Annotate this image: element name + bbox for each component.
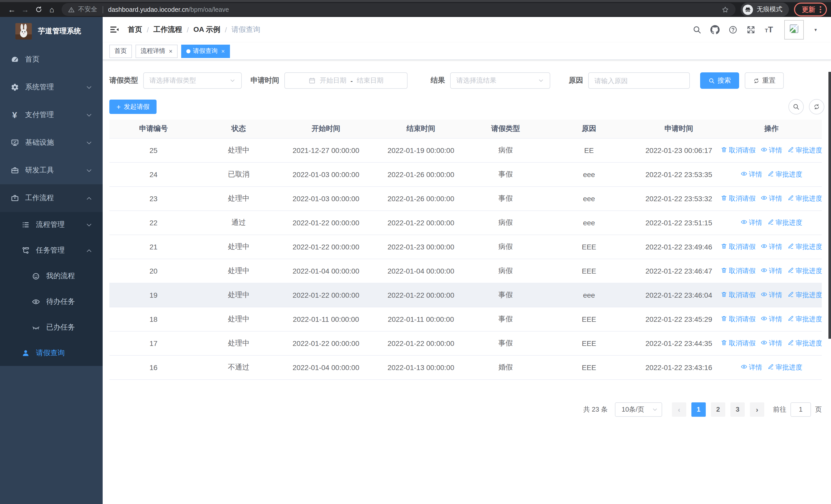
cancel-action-link[interactable]: 取消请假 <box>721 338 755 348</box>
gear-icon <box>10 83 19 92</box>
sidebar-logo[interactable]: 芋道管理系统 <box>0 17 103 46</box>
close-icon[interactable]: × <box>169 48 172 54</box>
tab-0[interactable]: 首页 <box>109 45 132 58</box>
sidebar-item-11[interactable]: 请假查询 <box>0 340 103 366</box>
cell-id: 18 <box>109 307 198 331</box>
cell-type: 事假 <box>470 186 542 210</box>
detail-action-link[interactable]: 详情 <box>761 242 782 251</box>
page-button-1[interactable]: 1 <box>691 402 706 416</box>
cell-reason: EEE <box>542 307 636 331</box>
page-button-3[interactable]: 3 <box>730 402 745 416</box>
sidebar-item-9[interactable]: 待办任务 <box>0 289 103 315</box>
prev-page-button[interactable]: ‹ <box>672 402 686 416</box>
sidebar-item-7[interactable]: 任务管理 <box>0 238 103 263</box>
reset-button[interactable]: 重置 <box>745 72 784 89</box>
cancel-action-link[interactable]: 取消请假 <box>721 290 755 299</box>
back-icon[interactable]: ← <box>5 3 19 16</box>
progress-action-link[interactable]: 审批进度 <box>767 218 802 227</box>
cell-end: 2022-01-26 00:00:00 <box>372 162 470 186</box>
result-select[interactable]: 请选择流结果 <box>450 72 550 89</box>
cancel-action-link[interactable]: 取消请假 <box>721 242 755 251</box>
leave-type-select[interactable]: 请选择请假类型 <box>143 72 242 89</box>
breadcrumb-item[interactable]: 首页 <box>128 25 142 34</box>
detail-action-link[interactable]: 详情 <box>741 170 762 179</box>
forward-icon[interactable]: → <box>19 3 32 16</box>
cancel-action-link[interactable]: 取消请假 <box>721 146 755 155</box>
row-actions: 详情审批进度 <box>721 363 822 372</box>
detail-action-link[interactable]: 详情 <box>761 314 782 324</box>
sidebar-item-1[interactable]: 系统管理 <box>0 73 103 101</box>
github-icon[interactable] <box>710 25 720 34</box>
reload-icon[interactable] <box>32 3 45 16</box>
detail-action-link[interactable]: 详情 <box>741 218 762 227</box>
sidebar-item-3[interactable]: 基础设施 <box>0 129 103 156</box>
tags-view: 首页流程详情×请假查询× <box>103 42 831 60</box>
progress-action-link[interactable]: 审批进度 <box>767 170 802 179</box>
cancel-action-link[interactable]: 取消请假 <box>721 194 755 203</box>
search-icon[interactable] <box>692 25 701 34</box>
bookmark-star-icon[interactable] <box>721 5 729 13</box>
cell-applied: 2022-01-22 23:51:15 <box>636 210 721 235</box>
cell-id: 17 <box>109 331 198 355</box>
detail-action-link[interactable]: 详情 <box>761 146 782 155</box>
progress-action-link[interactable]: 审批进度 <box>787 290 822 299</box>
column-header: 申请编号 <box>109 120 198 138</box>
progress-action-link[interactable]: 审批进度 <box>787 314 822 324</box>
progress-action-label: 审批进度 <box>796 266 822 275</box>
fullscreen-icon[interactable] <box>746 25 755 34</box>
tab-1[interactable]: 流程详情× <box>136 45 178 58</box>
update-button[interactable]: 更新 <box>794 3 827 17</box>
sidebar-item-label: 系统管理 <box>25 83 86 92</box>
detail-action-link[interactable]: 详情 <box>761 338 782 348</box>
cell-start: 2022-01-03 00:00:00 <box>280 186 372 210</box>
collapse-sidebar-icon[interactable] <box>109 25 120 35</box>
search-icon <box>793 103 800 110</box>
show-search-button[interactable] <box>789 99 804 114</box>
create-leave-button[interactable]: + 发起请假 <box>109 99 156 114</box>
url-bar[interactable]: 不安全 dashboard.yudao.iocoder.cn/bpm/oa/le… <box>62 3 736 16</box>
breadcrumb-item[interactable]: OA 示例 <box>194 25 221 34</box>
filter-form: 请假类型 请选择请假类型 申请时间 开始日期 - 结束日期 <box>109 72 824 89</box>
detail-action-link[interactable]: 详情 <box>761 194 782 203</box>
progress-action-link[interactable]: 审批进度 <box>787 242 822 251</box>
date-range-picker[interactable]: 开始日期 - 结束日期 <box>284 72 407 89</box>
avatar-dropdown-caret[interactable]: ▼ <box>813 27 818 32</box>
incognito-badge: 无痕模式 <box>741 3 789 17</box>
detail-action-link[interactable]: 详情 <box>761 290 782 299</box>
sidebar-item-2[interactable]: ¥支付管理 <box>0 101 103 129</box>
progress-action-link[interactable]: 审批进度 <box>767 363 802 372</box>
scrollbar-thumb[interactable] <box>828 72 831 339</box>
progress-action-link[interactable]: 审批进度 <box>787 146 822 155</box>
help-icon[interactable] <box>728 25 738 34</box>
progress-action-link[interactable]: 审批进度 <box>787 266 822 275</box>
home-icon[interactable]: ⌂ <box>45 3 58 16</box>
cancel-action-link[interactable]: 取消请假 <box>721 266 755 275</box>
refresh-table-button[interactable] <box>809 99 824 114</box>
menu-dots-icon[interactable] <box>820 6 821 13</box>
reason-input[interactable] <box>588 72 690 89</box>
sidebar-item-4[interactable]: 研发工具 <box>0 156 103 184</box>
breadcrumb-item[interactable]: 工作流程 <box>153 25 182 34</box>
cell-id: 24 <box>109 162 198 186</box>
next-page-button[interactable]: › <box>750 402 764 416</box>
detail-action-link[interactable]: 详情 <box>741 363 762 372</box>
sidebar-item-10[interactable]: 已办任务 <box>0 315 103 340</box>
close-icon[interactable]: × <box>221 48 225 54</box>
sidebar-item-8[interactable]: 我的流程 <box>0 263 103 289</box>
detail-action-link[interactable]: 详情 <box>761 266 782 275</box>
avatar[interactable] <box>784 20 804 39</box>
cancel-action-link[interactable]: 取消请假 <box>721 314 755 324</box>
goto-page-input[interactable] <box>791 402 811 416</box>
tab-2[interactable]: 请假查询× <box>181 45 230 58</box>
sidebar-item-0[interactable]: 首页 <box>0 46 103 73</box>
page-size-select[interactable]: 10条/页 <box>615 402 662 416</box>
progress-action-link[interactable]: 审批进度 <box>787 194 822 203</box>
progress-action-link[interactable]: 审批进度 <box>787 338 822 348</box>
sidebar-item-6[interactable]: 流程管理 <box>0 212 103 238</box>
page-button-2[interactable]: 2 <box>711 402 725 416</box>
sidebar-item-5[interactable]: 工作流程 <box>0 184 103 212</box>
cancel-action-label: 取消请假 <box>729 314 755 324</box>
search-button[interactable]: 搜索 <box>700 72 739 89</box>
table-row: 16不通过2022-01-04 00:00:002022-01-13 00:00… <box>109 355 822 379</box>
font-size-icon[interactable]: TT <box>764 25 774 34</box>
